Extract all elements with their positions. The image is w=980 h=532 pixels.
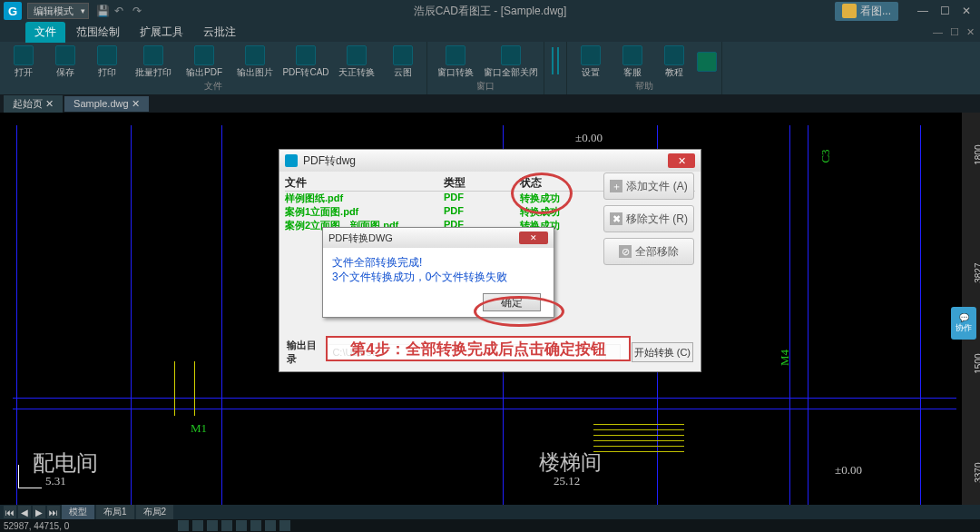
ribbon: 打开 保存 打印 批量打印 输出PDF 输出图片 PDF转CAD 天正转换 云图… bbox=[0, 42, 980, 94]
nav-last[interactable]: ⏭ bbox=[47, 506, 60, 518]
save-icon[interactable]: 💾 bbox=[96, 5, 109, 17]
lwclean-icon[interactable] bbox=[265, 520, 276, 531]
tianzheng-button[interactable]: 天正转换 bbox=[332, 44, 381, 79]
dialog-title: PDF转dwg bbox=[303, 153, 356, 169]
more-button[interactable] bbox=[696, 44, 718, 79]
room-dim: 5.31 bbox=[45, 474, 66, 488]
nav-next[interactable]: ▶ bbox=[33, 506, 45, 518]
col-type: 类型 bbox=[444, 175, 520, 191]
image-icon bbox=[245, 45, 265, 65]
tab-model[interactable]: 模型 bbox=[62, 505, 94, 519]
ribbon-group-file: 打开 保存 打印 批量打印 输出PDF 输出图片 PDF转CAD 天正转换 云图… bbox=[0, 42, 427, 94]
app-title: 浩辰CAD看图王 - [Sample.dwg] bbox=[414, 4, 567, 19]
col-file: 文件 bbox=[285, 175, 444, 191]
gear-icon bbox=[581, 45, 601, 65]
tutorial-button[interactable]: 教程 bbox=[654, 44, 694, 79]
save-icon bbox=[55, 45, 75, 65]
tag-c3: C3 bbox=[818, 149, 833, 163]
dynopt-icon[interactable] bbox=[279, 520, 290, 531]
snap-icon[interactable] bbox=[178, 520, 189, 531]
tab-sample-dwg[interactable]: Sample.dwg ✕ bbox=[64, 96, 149, 112]
window-switch-button[interactable]: 窗口转换 bbox=[431, 44, 480, 79]
dialog-close-button[interactable]: ✕ bbox=[668, 153, 695, 168]
ruler-value: 1500 bbox=[974, 354, 981, 374]
group-label: 文件 bbox=[4, 80, 423, 94]
folder-icon bbox=[14, 45, 34, 65]
dialog-icon bbox=[285, 154, 298, 167]
otrack-icon[interactable] bbox=[250, 520, 261, 531]
print-button[interactable]: 打印 bbox=[87, 44, 127, 79]
nav-first[interactable]: ⏮ bbox=[4, 506, 16, 518]
pdf-icon bbox=[194, 45, 214, 65]
undo-icon[interactable]: ↶ bbox=[114, 5, 127, 17]
remove-file-button[interactable]: ✖移除文件 (R) bbox=[603, 205, 694, 232]
mdi-close[interactable]: ✕ bbox=[966, 26, 975, 38]
grid-icon[interactable] bbox=[192, 520, 203, 531]
close-icon[interactable]: ✕ bbox=[45, 98, 54, 109]
print-icon bbox=[97, 45, 117, 65]
settings-button[interactable]: 设置 bbox=[571, 44, 611, 79]
pdf-to-cad-button[interactable]: PDF转CAD bbox=[281, 44, 330, 79]
dialog-titlebar[interactable]: PDF转dwg ✕ bbox=[279, 150, 701, 172]
export-image-button[interactable]: 输出图片 bbox=[230, 44, 279, 79]
tab-start-page[interactable]: 起始页 ✕ bbox=[4, 95, 63, 113]
redo-icon[interactable]: ↷ bbox=[132, 5, 145, 17]
tutorial-annotation: 第4步：全部转换完成后点击确定按钮 bbox=[326, 336, 631, 361]
x-icon: ✖ bbox=[610, 212, 622, 225]
group-label: 帮助 bbox=[571, 80, 718, 94]
cloud-button[interactable]: 云图 bbox=[383, 44, 423, 79]
tab-layout2[interactable]: 布局2 bbox=[136, 505, 174, 519]
tab-layout1[interactable]: 布局1 bbox=[96, 505, 134, 519]
user-account[interactable]: 看图... bbox=[835, 2, 898, 21]
remove-all-button[interactable]: ⊘全部移除 bbox=[603, 238, 694, 265]
tz-icon bbox=[347, 45, 367, 65]
msgbox-title: PDF转换DWG bbox=[328, 232, 393, 245]
polar-icon[interactable] bbox=[221, 520, 232, 531]
tab-file[interactable]: 文件 bbox=[25, 22, 65, 43]
ribbon-group-help: 设置 客服 教程 帮助 bbox=[567, 42, 722, 94]
minimize-button[interactable]: — bbox=[913, 3, 933, 19]
document-tabs: 起始页 ✕ Sample.dwg ✕ bbox=[0, 94, 980, 113]
titlebar: G 编辑模式 💾 ↶ ↷ 浩辰CAD看图王 - [Sample.dwg] 看图.… bbox=[0, 0, 980, 22]
window-icon bbox=[446, 45, 466, 65]
grid-icon bbox=[697, 52, 717, 72]
tab-draw[interactable]: 范围绘制 bbox=[67, 22, 129, 43]
nav-prev[interactable]: ◀ bbox=[18, 506, 31, 518]
dim-annotation: ±0.00 bbox=[575, 131, 603, 145]
close-button[interactable]: ✕ bbox=[956, 3, 976, 19]
app-logo: G bbox=[4, 2, 22, 20]
statusbar: 52987, 44715, 0 bbox=[0, 519, 980, 532]
ribbon-divider bbox=[544, 42, 567, 94]
osnap-icon[interactable] bbox=[236, 520, 247, 531]
ok-button[interactable]: 确定 bbox=[483, 293, 541, 311]
help-icon bbox=[664, 45, 684, 65]
maximize-button[interactable]: ☐ bbox=[935, 3, 955, 19]
close-icon[interactable]: ✕ bbox=[132, 98, 140, 109]
add-file-button[interactable]: ＋添加文件 (A) bbox=[603, 172, 694, 200]
export-pdf-button[interactable]: 输出PDF bbox=[180, 44, 229, 79]
mdi-restore[interactable]: ☐ bbox=[950, 26, 959, 38]
ruler-value: 3370 bbox=[974, 463, 981, 483]
avatar-icon bbox=[842, 4, 857, 18]
msgbox-close-button[interactable]: ✕ bbox=[519, 232, 548, 244]
tab-tools[interactable]: 扩展工具 bbox=[131, 22, 192, 43]
msgbox-titlebar[interactable]: PDF转换DWG ✕ bbox=[323, 228, 554, 248]
user-label: 看图... bbox=[860, 4, 891, 19]
close-all-icon bbox=[501, 45, 521, 65]
mdi-min[interactable]: — bbox=[933, 26, 943, 38]
tab-cloud[interactable]: 云批注 bbox=[194, 22, 245, 43]
ortho-icon[interactable] bbox=[207, 520, 218, 531]
batch-print-button[interactable]: 批量打印 bbox=[129, 44, 178, 79]
open-button[interactable]: 打开 bbox=[4, 44, 44, 79]
save-button[interactable]: 保存 bbox=[45, 44, 85, 79]
close-all-button[interactable]: 窗口全部关闭 bbox=[482, 44, 540, 79]
support-button[interactable]: 客服 bbox=[612, 44, 652, 79]
collab-float-button[interactable]: 💬 协作 bbox=[951, 307, 976, 340]
dialog-side-buttons: ＋添加文件 (A) ✖移除文件 (R) ⊘全部移除 bbox=[603, 172, 694, 265]
ruler-value: 3827 bbox=[974, 263, 981, 283]
coordinates: 52987, 44715, 0 bbox=[4, 521, 69, 531]
menubar: 文件 范围绘制 扩展工具 云批注 — ☐ ✕ bbox=[0, 22, 980, 42]
start-convert-button[interactable]: 开始转换 (C) bbox=[632, 342, 693, 362]
mode-select[interactable]: 编辑模式 bbox=[27, 3, 89, 19]
batch-print-icon bbox=[143, 45, 163, 65]
